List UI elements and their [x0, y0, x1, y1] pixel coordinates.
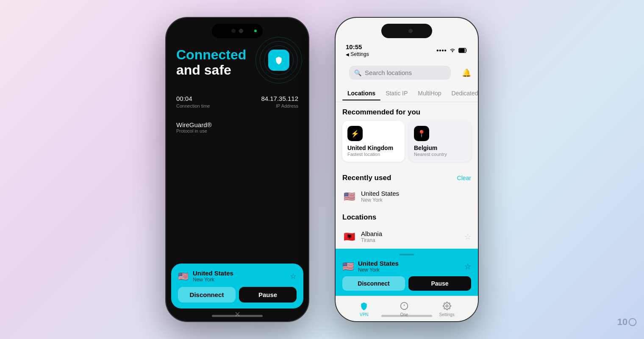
search-row: 🔍 🔔 — [336, 61, 478, 85]
recent-item-us[interactable]: 🇺🇸 United States New York — [336, 186, 478, 207]
connection-bar-2: 🇺🇸 United States New York ☆ Disconnect P… — [336, 249, 478, 296]
status-bar-left: 10:55 ◀ Settings — [346, 43, 369, 57]
favorite-star-icon[interactable]: ☆ — [290, 272, 297, 281]
tabs-bar: Locations Static IP MultiHop Dedicated I… — [336, 85, 478, 102]
ip-address-value: 84.17.35.112 — [261, 95, 298, 102]
connection-flag-2: 🇺🇸 — [342, 261, 354, 272]
connection-country: United States — [193, 270, 233, 277]
status-icons: ●●●● — [436, 47, 468, 53]
tab-bar-vpn[interactable]: VPN — [359, 301, 369, 317]
connection-time-value: 00:04 — [176, 95, 192, 102]
drag-handle — [399, 254, 414, 256]
shield-icon — [275, 56, 283, 64]
recent-city-us: New York — [361, 197, 471, 203]
phone2-screen: 10:55 ◀ Settings ●●●● — [336, 18, 478, 321]
svg-rect-1 — [459, 48, 465, 52]
rec-sublabel-uk: Fastest location — [347, 152, 400, 157]
bottom-tab-bar: VPN One — [336, 296, 478, 321]
radar-container[interactable] — [258, 39, 300, 81]
connection-time-label: Connection time — [176, 103, 210, 108]
tab-bar-settings[interactable]: Settings — [439, 301, 455, 317]
protocol-name: WireGuard® — [176, 121, 298, 128]
rec-country-belgium: Belgium — [414, 144, 466, 151]
connection-bar2-buttons: Disconnect Pause — [342, 276, 471, 291]
bell-icon[interactable]: 🔔 — [462, 68, 471, 78]
recommended-title: Recommended for you — [336, 102, 478, 121]
recommended-row: ⚡ United Kingdom Fastest location 📍 Belg… — [336, 121, 478, 168]
phone1-screen: Connected and safe 00:04 — [166, 18, 308, 321]
battery-icon — [458, 48, 468, 53]
svg-point-4 — [629, 319, 636, 326]
flag-albania: 🇦🇱 — [342, 231, 356, 242]
connection-bar-buttons: Disconnect Pause — [178, 287, 297, 303]
settings-tab-icon — [442, 301, 452, 311]
ip-address-item: 84.17.35.112 IP Address — [261, 95, 298, 108]
search-bar[interactable]: 🔍 — [349, 66, 451, 80]
power-button — [308, 103, 309, 136]
connection-location-text: United States New York — [193, 270, 233, 283]
locations-section-title: Locations — [336, 207, 478, 226]
connection-bar2-top: 🇺🇸 United States New York ☆ — [342, 260, 471, 273]
one-tab-icon — [399, 301, 409, 311]
svg-point-3 — [446, 305, 448, 307]
home-indicator-2 — [381, 315, 432, 317]
pause-button-2[interactable]: Pause — [408, 276, 471, 291]
vpn-tab-icon — [359, 301, 369, 311]
tab-dedicated-ip[interactable]: Dedicated IP — [447, 86, 478, 100]
phones-container: Connected and safe 00:04 — [165, 17, 479, 322]
gear-tab-icon — [443, 302, 451, 310]
rec-card-uk[interactable]: ⚡ United Kingdom Fastest location — [342, 121, 405, 162]
connection-city: New York — [193, 277, 233, 283]
island-camera — [239, 29, 243, 33]
search-icon: 🔍 — [354, 69, 361, 76]
connection-bar-location: 🇺🇸 United States New York — [178, 270, 233, 283]
tab-locations[interactable]: Locations — [342, 86, 380, 100]
connection-bar2-info: 🇺🇸 United States New York — [342, 260, 399, 273]
island-dot — [231, 29, 236, 33]
settings-tab-label: Settings — [439, 312, 455, 317]
circle-icon — [628, 318, 637, 326]
dynamic-island-1 — [212, 24, 263, 38]
location-info-albania: Albania Tirana — [361, 230, 459, 243]
dynamic-island-2 — [381, 24, 432, 38]
connection-bar-1: 🇺🇸 United States New York ☆ Disconnect P… — [171, 264, 303, 308]
vpn-tab-label: VPN — [360, 312, 369, 317]
close-button[interactable]: ✕ — [234, 310, 241, 319]
settings-back[interactable]: ◀ Settings — [346, 51, 369, 57]
shield-tab-icon — [360, 302, 368, 310]
vpn-toggle-button[interactable] — [268, 50, 289, 71]
connection-country-2: United States — [358, 260, 399, 267]
favorite-star-albania[interactable]: ☆ — [464, 232, 471, 242]
phone-2: 10:55 ◀ Settings ●●●● — [335, 17, 479, 322]
location-city-albania: Tirana — [361, 237, 459, 243]
recent-location-us: United States New York — [361, 190, 471, 203]
recently-used-header: Recently used Clear — [336, 168, 478, 186]
search-input[interactable] — [365, 69, 446, 76]
rec-icon-belgium: 📍 — [414, 126, 429, 141]
favorite-star-2[interactable]: ☆ — [464, 262, 471, 271]
disconnect-button-2[interactable]: Disconnect — [342, 276, 405, 291]
tab-bar-one[interactable]: One — [399, 301, 409, 317]
watermark-text: 10 — [617, 317, 637, 328]
wifi-icon — [449, 47, 456, 53]
pause-button[interactable]: Pause — [239, 287, 297, 303]
clear-button[interactable]: Clear — [457, 175, 471, 181]
recent-flag-us: 🇺🇸 — [342, 191, 356, 202]
island-camera-2 — [408, 29, 413, 33]
recently-used-title: Recently used — [342, 174, 391, 182]
tab-static-ip[interactable]: Static IP — [380, 86, 413, 100]
protocol-label: Protocol in use — [176, 128, 298, 133]
connection-city-2: New York — [358, 267, 399, 273]
rec-card-belgium[interactable]: 📍 Belgium Nearest country — [409, 121, 471, 162]
disconnect-button[interactable]: Disconnect — [178, 287, 236, 303]
status-time: 10:55 — [346, 43, 369, 50]
connection-info: 00:04 Connection time 84.17.35.112 IP Ad… — [166, 86, 308, 117]
location-country-albania: Albania — [361, 230, 459, 237]
tab-multihop[interactable]: MultiHop — [413, 86, 446, 100]
connection-bar-top: 🇺🇸 United States New York ☆ — [178, 270, 297, 283]
location-item-albania[interactable]: 🇦🇱 Albania Tirana ☆ — [336, 226, 478, 247]
connection-flag: 🇺🇸 — [178, 271, 189, 281]
connection-location-2: United States New York — [358, 260, 399, 273]
phone-1: Connected and safe 00:04 — [165, 17, 309, 322]
home-indicator-1 — [212, 315, 263, 317]
